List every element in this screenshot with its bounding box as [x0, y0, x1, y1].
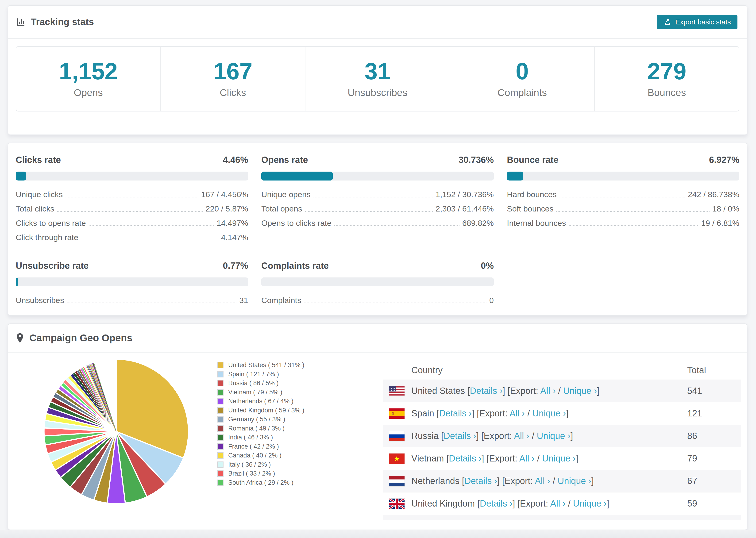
opens-count: 1,152 — [59, 59, 118, 83]
flag-es-icon — [389, 408, 405, 419]
country-cell: United Kingdom [Details ›] [Export: All … — [411, 499, 609, 509]
complaints-label: Complaints — [498, 87, 547, 98]
complaints-count: 0 — [515, 59, 529, 83]
export-all-link[interactable]: All › — [540, 386, 556, 396]
export-all-link[interactable]: All › — [514, 431, 529, 441]
geo-header: Campaign Geo Opens — [8, 324, 747, 352]
stat-bounces: 279 Bounces — [594, 47, 739, 111]
legend-label: United Kingdom ( 59 / 3% ) — [228, 407, 304, 414]
export-unique-link[interactable]: Unique › — [573, 499, 607, 509]
details-link[interactable]: Details › — [464, 476, 497, 486]
geo-table-rows: United States [Details ›] [Export: All ›… — [383, 380, 741, 520]
unsubscribe-rate-bar — [16, 278, 248, 286]
legend-item: United Kingdom ( 59 / 3% ) — [217, 407, 304, 413]
legend-swatch — [217, 407, 224, 413]
total-cell: 86 — [687, 431, 697, 441]
country-cell: Vietnam [Details ›] [Export: All › / Uni… — [411, 454, 578, 463]
export-unique-link[interactable]: Unique › — [558, 476, 591, 486]
geo-table-row: United Kingdom [Details ›] [Export: All … — [383, 492, 741, 515]
legend-item: India ( 46 / 3% ) — [217, 434, 304, 441]
legend-label: Romania ( 49 / 3% ) — [228, 425, 285, 432]
export-button-label: Export basic stats — [675, 18, 731, 26]
export-unique-link[interactable]: Unique › — [542, 454, 576, 463]
total-cell: 79 — [687, 454, 697, 463]
flag-gb-icon — [389, 499, 405, 509]
stat-row: Unique opens1,152 / 30.736% — [261, 190, 494, 199]
legend-label: Netherlands ( 67 / 4% ) — [228, 398, 294, 405]
details-link[interactable]: Details › — [449, 454, 482, 463]
total-cell: 67 — [687, 476, 697, 486]
stat-row: Complaints0 — [261, 296, 494, 305]
legend-label: South Africa ( 29 / 2% ) — [228, 479, 294, 486]
bounce-rate-title: Bounce rate — [507, 155, 559, 165]
geo-table: Country Total United States [Details ›] … — [383, 361, 741, 520]
details-link[interactable]: Details › — [444, 431, 476, 441]
export-unique-link[interactable]: Unique › — [532, 408, 566, 418]
legend-swatch — [217, 425, 224, 432]
clicks-rate-bar — [16, 172, 248, 181]
legend-label: United States ( 541 / 31% ) — [228, 361, 304, 369]
geo-table-row: Russia [Details ›] [Export: All › / Uniq… — [383, 425, 741, 447]
export-all-link[interactable]: All › — [519, 454, 535, 463]
flag-ru-icon — [389, 431, 405, 441]
bounces-label: Bounces — [648, 87, 686, 98]
export-basic-stats-button[interactable]: Export basic stats — [657, 15, 737, 29]
legend-item: Netherlands ( 67 / 4% ) — [217, 398, 304, 404]
stat-row: Click through rate4.147% — [16, 233, 248, 242]
stat-row: Unique clicks167 / 4.456% — [16, 190, 248, 199]
legend-swatch — [217, 461, 224, 468]
legend-swatch — [217, 398, 224, 404]
campaign-geo-opens-card: Campaign Geo Opens United StatesSpainRus… — [8, 323, 747, 530]
country-cell: Russia [Details ›] [Export: All › / Uniq… — [411, 431, 573, 441]
legend-swatch — [217, 416, 224, 422]
details-link[interactable]: Details › — [480, 499, 513, 509]
legend-swatch — [217, 380, 224, 386]
total-cell: 541 — [687, 386, 702, 396]
legend-label: Vietnam ( 79 / 5% ) — [228, 389, 283, 396]
stat-row: Total opens2,303 / 61.446% — [261, 204, 494, 213]
geo-title-text: Campaign Geo Opens — [29, 332, 133, 344]
country-column-header: Country — [411, 365, 443, 375]
opens-rate-bar — [261, 172, 494, 181]
geo-title: Campaign Geo Opens — [16, 332, 133, 344]
geo-table-row: Spain [Details ›] [Export: All › / Uniqu… — [383, 402, 741, 425]
opens-label: Opens — [74, 87, 103, 98]
bounces-count: 279 — [647, 59, 686, 83]
legend-swatch — [217, 443, 224, 450]
legend-swatch — [217, 434, 224, 441]
map-pin-icon — [16, 333, 24, 343]
total-column-header: Total — [687, 365, 706, 375]
export-unique-link[interactable]: Unique › — [563, 386, 597, 396]
export-all-link[interactable]: All › — [550, 499, 566, 509]
geo-content: United StatesSpainRussiaVietnamNetherlan… — [8, 352, 747, 529]
stat-row: Unsubscribes31 — [16, 296, 248, 305]
tracking-stats-title-text: Tracking stats — [31, 17, 94, 27]
legend-item: France ( 42 / 2% ) — [217, 443, 304, 450]
stat-row: Internal bounces19 / 6.81% — [507, 219, 739, 228]
export-all-link[interactable]: All › — [510, 408, 525, 418]
legend-item: Germany ( 55 / 3% ) — [217, 416, 304, 422]
stat-complaints: 0 Complaints — [450, 47, 594, 111]
export-unique-link[interactable]: Unique › — [537, 431, 570, 441]
clicks-rate-title: Clicks rate — [16, 155, 61, 165]
legend-item: South Africa ( 29 / 2% ) — [217, 480, 304, 486]
details-link[interactable]: Details › — [470, 386, 503, 396]
country-cell: United States [Details ›] [Export: All ›… — [411, 386, 599, 396]
total-cell: 59 — [687, 499, 697, 509]
clicks-rate-value: 4.46% — [223, 155, 248, 165]
legend-item: Romania ( 49 / 3% ) — [217, 425, 304, 432]
pie-legend: United States ( 541 / 31% )Spain ( 121 /… — [217, 362, 304, 488]
legend-label: Spain ( 121 / 7% ) — [228, 371, 279, 378]
clicks-rate-bar-fill — [16, 172, 26, 181]
legend-label: Canada ( 40 / 2% ) — [228, 452, 282, 459]
bar-chart-icon — [16, 17, 26, 27]
clicks-rate-panel: Clicks rate 4.46% Unique clicks167 / 4.4… — [16, 155, 248, 247]
legend-item: Canada ( 40 / 2% ) — [217, 452, 304, 459]
total-cell: 121 — [687, 408, 702, 418]
geo-pie-chart[interactable]: United StatesSpainRussiaVietnamNetherlan… — [41, 356, 191, 507]
legend-label: Russia ( 86 / 5% ) — [228, 380, 279, 387]
details-link[interactable]: Details › — [439, 408, 472, 418]
export-all-link[interactable]: All › — [535, 476, 550, 486]
unsubscribe-rate-bar-fill — [16, 278, 18, 286]
legend-label: India ( 46 / 3% ) — [228, 434, 273, 441]
